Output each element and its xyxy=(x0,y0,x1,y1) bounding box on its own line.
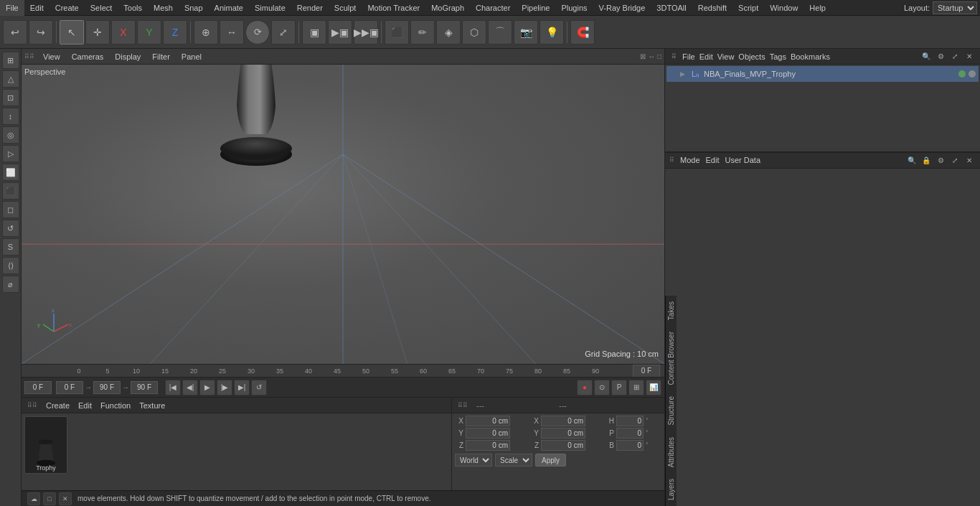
obj-expand-icon[interactable]: ⤢ xyxy=(948,50,961,63)
z-size-input[interactable] xyxy=(541,440,585,451)
viewport-container[interactable]: ⠿⠿ View Cameras Display Filter Panel ⊠ ↔… xyxy=(22,49,664,364)
redo-button[interactable]: ↪ xyxy=(29,20,53,44)
menu-help[interactable]: Help xyxy=(804,0,831,16)
spline-button[interactable]: ⌒ xyxy=(488,20,512,44)
status-icon-2[interactable]: □ xyxy=(43,492,56,505)
material-menu-texture[interactable]: Texture xyxy=(139,401,165,410)
menu-snap[interactable]: Snap xyxy=(179,0,209,16)
viewport-menu-filter[interactable]: Filter xyxy=(149,52,172,61)
menu-create[interactable]: Create xyxy=(50,0,85,16)
playback-end-input[interactable] xyxy=(93,381,121,394)
pen-button[interactable]: ✏ xyxy=(410,20,435,44)
menu-script[interactable]: Script xyxy=(732,0,764,16)
render-all-button[interactable]: ▶▶▣ xyxy=(354,20,378,44)
attr-expand-icon[interactable]: ⤢ xyxy=(948,154,961,167)
status-icon-close[interactable]: ✕ xyxy=(59,492,72,505)
menu-simulate[interactable]: Simulate xyxy=(249,0,291,16)
obj-close-icon[interactable]: ✕ xyxy=(963,50,976,63)
apply-button[interactable]: Apply xyxy=(535,454,566,467)
rotate-tool-button[interactable]: ⟳ xyxy=(245,20,270,44)
left-btn-7[interactable]: ⬜ xyxy=(2,164,19,181)
left-btn-10[interactable]: ↺ xyxy=(2,220,19,237)
viewport-menu-panel[interactable]: Panel xyxy=(179,52,204,61)
p-rot-input[interactable] xyxy=(616,428,644,439)
move-tool-button[interactable]: ⊕ xyxy=(194,20,218,44)
viewport-menu-view[interactable]: View xyxy=(40,52,63,61)
timeline-view-button[interactable]: 📊 xyxy=(646,380,661,395)
trophy-material-thumbnail[interactable]: Trophy xyxy=(24,416,67,474)
attr-search-icon[interactable]: 🔍 xyxy=(905,154,918,167)
h-rot-input[interactable] xyxy=(616,416,644,426)
left-btn-3[interactable]: ⊡ xyxy=(2,89,19,106)
left-btn-5[interactable]: ◎ xyxy=(2,126,19,144)
obj-menu-view[interactable]: View xyxy=(717,52,735,61)
menu-window[interactable]: Window xyxy=(764,0,804,16)
menu-character[interactable]: Character xyxy=(470,0,516,16)
obj-search-icon[interactable]: 🔍 xyxy=(920,50,933,63)
step-forward-button[interactable]: |▶ xyxy=(217,380,232,395)
menu-file[interactable]: File xyxy=(0,0,24,16)
go-end-button[interactable]: ▶| xyxy=(234,380,250,395)
y-pos-input[interactable] xyxy=(466,428,510,439)
tab-content-browser[interactable]: Content Browser xyxy=(666,326,677,390)
menu-sculpt[interactable]: Sculpt xyxy=(329,0,362,16)
menu-tools[interactable]: Tools xyxy=(118,0,148,16)
y-size-input[interactable] xyxy=(541,428,585,439)
tab-structure[interactable]: Structure xyxy=(666,390,677,431)
attr-menu-mode[interactable]: Mode xyxy=(680,156,700,164)
current-frame-input[interactable] xyxy=(633,365,660,378)
playback-end2-input[interactable] xyxy=(131,381,158,394)
obj-expand-arrow[interactable]: ▶ xyxy=(678,70,687,78)
scale-tool-button[interactable]: ↔ xyxy=(220,20,244,44)
left-btn-11[interactable]: S xyxy=(2,238,19,256)
status-icon-1[interactable]: ☁ xyxy=(27,492,40,505)
material-menu-edit[interactable]: Edit xyxy=(78,401,92,410)
obj-menu-objects[interactable]: Objects xyxy=(738,52,765,61)
obj-settings-icon[interactable]: ⚙ xyxy=(934,50,947,63)
menu-3dtall[interactable]: 3DTOAll xyxy=(651,0,692,16)
start-frame-input[interactable] xyxy=(24,381,52,394)
light-button[interactable]: 💡 xyxy=(540,20,564,44)
material-menu-function[interactable]: Function xyxy=(100,401,131,410)
menu-animate[interactable]: Animate xyxy=(209,0,249,16)
left-btn-13[interactable]: ⌀ xyxy=(2,276,19,293)
tab-attributes[interactable]: Attributes xyxy=(666,431,677,473)
left-btn-12[interactable]: ⟨⟩ xyxy=(2,257,19,274)
attr-menu-userdata[interactable]: User Data xyxy=(725,156,761,164)
layout-dropdown[interactable]: Startup xyxy=(933,1,977,14)
left-btn-9[interactable]: ◻ xyxy=(2,201,19,218)
left-btn-1[interactable]: ⊞ xyxy=(2,52,19,69)
viewport-menu-cameras[interactable]: Cameras xyxy=(69,52,107,61)
cursor-tool-button[interactable]: ↖ xyxy=(60,20,84,44)
menu-mograph[interactable]: MoGraph xyxy=(425,0,470,16)
render-view-button[interactable]: ▶▣ xyxy=(328,20,352,44)
x-pos-input[interactable] xyxy=(466,416,510,426)
attr-settings-icon[interactable]: ⚙ xyxy=(934,154,947,167)
transform-tool-button[interactable]: ⤢ xyxy=(271,20,296,44)
camera-button[interactable]: 📷 xyxy=(514,20,538,44)
menu-select[interactable]: Select xyxy=(85,0,118,16)
rotate-y-button[interactable]: Y xyxy=(137,20,161,44)
material-menu-create[interactable]: Create xyxy=(46,401,70,410)
cube-button[interactable]: ⬛ xyxy=(385,20,409,44)
render-region-button[interactable]: ▣ xyxy=(302,20,326,44)
motion-clip-button[interactable]: ⊞ xyxy=(628,380,644,395)
deformer-button[interactable]: ⬡ xyxy=(462,20,486,44)
left-btn-8[interactable]: ⬛ xyxy=(2,182,19,200)
obj-menu-tags[interactable]: Tags xyxy=(770,52,786,61)
go-start-button[interactable]: |◀ xyxy=(165,380,181,395)
left-btn-6[interactable]: ▷ xyxy=(2,145,19,162)
scale-dropdown[interactable]: Scale xyxy=(495,454,532,467)
attr-lock-icon[interactable]: 🔒 xyxy=(920,154,933,167)
viewport-canvas[interactable]: x y z Perspective Grid Spacing : 10 cm xyxy=(22,65,664,364)
x-size-input[interactable] xyxy=(541,416,585,426)
menu-pipeline[interactable]: Pipeline xyxy=(516,0,555,16)
obj-menu-edit[interactable]: Edit xyxy=(699,52,713,61)
timeline[interactable]: 0 5 10 15 20 25 30 35 40 45 50 55 60 65 … xyxy=(22,364,664,377)
menu-mesh[interactable]: Mesh xyxy=(148,0,179,16)
obj-menu-bookmarks[interactable]: Bookmarks xyxy=(791,52,830,61)
rotate-z-button[interactable]: Z xyxy=(163,20,187,44)
left-btn-2[interactable]: △ xyxy=(2,70,19,88)
tab-takes[interactable]: Takes xyxy=(666,296,677,326)
surface-button[interactable]: ◈ xyxy=(436,20,461,44)
